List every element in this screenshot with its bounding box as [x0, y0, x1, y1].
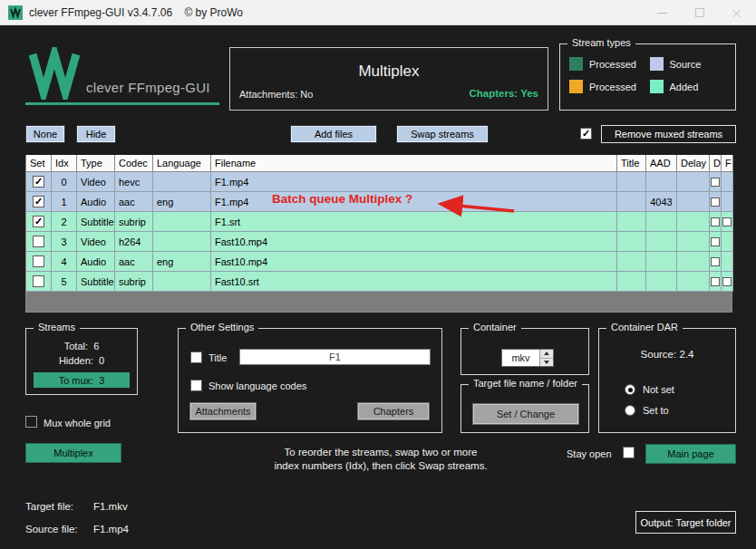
- hide-button[interactable]: Hide: [76, 125, 116, 143]
- chapters-button[interactable]: Chapters: [357, 402, 430, 420]
- row-codec: hevc: [115, 172, 153, 192]
- stream-type-label: Processed: [589, 82, 636, 92]
- row-title: [617, 252, 646, 272]
- none-button[interactable]: None: [25, 125, 65, 143]
- radio-label: Not set: [643, 384, 674, 395]
- swap-streams-button[interactable]: Swap streams: [396, 125, 489, 143]
- container-value: mkv: [502, 350, 539, 366]
- row-d-checkbox[interactable]: [711, 197, 720, 207]
- attachments-button[interactable]: Attachments: [189, 402, 257, 420]
- row-delay: [677, 232, 710, 252]
- row-set-checkbox[interactable]: ✓: [33, 216, 44, 227]
- row-delay: [677, 192, 710, 212]
- stay-open-label: Stay open: [567, 448, 612, 459]
- row-aad: [646, 232, 677, 252]
- radio-icon[interactable]: [625, 384, 635, 395]
- stay-open-checkbox[interactable]: [623, 447, 635, 458]
- stream-row[interactable]: ✓0VideohevcF1.mp4: [26, 172, 732, 192]
- title-input[interactable]: [239, 349, 431, 365]
- row-f-checkbox[interactable]: [722, 217, 732, 226]
- multiplex-button[interactable]: Multiplex: [25, 443, 121, 463]
- maximize-button[interactable]: [682, 0, 718, 25]
- spinner-down-button[interactable]: [540, 359, 553, 367]
- chevron-up-icon: [544, 352, 549, 355]
- reorder-hint-line1: To reorder the streams, swap two or more: [190, 446, 571, 459]
- title-checkbox[interactable]: [190, 352, 202, 363]
- row-f-checkbox[interactable]: [722, 277, 732, 286]
- container-spinner[interactable]: mkv: [501, 349, 554, 367]
- column-header-idx: Idx: [52, 155, 77, 172]
- row-d-checkbox[interactable]: [711, 217, 720, 226]
- dar-option[interactable]: Set to: [625, 404, 674, 417]
- column-header-filename: Filename: [211, 155, 617, 172]
- row-d-checkbox[interactable]: [711, 257, 720, 266]
- radio-icon[interactable]: [625, 405, 635, 416]
- row-set-checkbox[interactable]: ✓: [33, 176, 44, 188]
- remove-muxed-checkbox[interactable]: ✓: [580, 128, 592, 140]
- row-set-cell: [26, 232, 52, 252]
- row-language: [153, 212, 211, 232]
- column-header-set: Set: [26, 155, 52, 172]
- column-header-delay: Delay: [677, 155, 710, 172]
- spinner-up-button[interactable]: [540, 350, 553, 359]
- row-filename: Fast10.mp4: [211, 252, 617, 272]
- stream-type-swatch: [569, 57, 583, 71]
- row-aad: [646, 172, 677, 192]
- row-codec: subrip: [115, 272, 153, 292]
- row-set-checkbox[interactable]: ✓: [33, 196, 44, 207]
- row-idx: 0: [52, 172, 77, 192]
- row-idx: 1: [52, 192, 77, 212]
- main-page-button[interactable]: Main page: [645, 444, 736, 464]
- row-f-cell: [722, 212, 733, 232]
- row-d-cell: [710, 192, 722, 212]
- spinner-buttons: [539, 350, 553, 366]
- row-idx: 4: [52, 252, 77, 272]
- dar-source-value: Source: 2.4: [599, 349, 735, 360]
- radio-label: Set to: [643, 405, 669, 416]
- minimize-button[interactable]: [644, 0, 680, 25]
- row-type: Audio: [77, 252, 115, 272]
- stream-row[interactable]: 4AudioaacengFast10.mp4: [26, 252, 732, 272]
- row-set-cell: [26, 272, 52, 292]
- dar-option[interactable]: Not set: [625, 383, 674, 396]
- stream-row[interactable]: 3Videoh264Fast10.mp4: [26, 232, 732, 252]
- row-d-checkbox[interactable]: [711, 237, 720, 246]
- row-set-checkbox[interactable]: [33, 255, 44, 267]
- window-title: clever FFmpeg-GUI v3.4.7.06 © by ProWo: [29, 6, 243, 19]
- stream-type-item: Processed: [569, 57, 650, 71]
- row-title: [617, 212, 646, 232]
- add-files-button[interactable]: Add files: [290, 125, 377, 143]
- row-filename: Fast10.srt: [211, 272, 617, 292]
- close-button[interactable]: [718, 0, 754, 25]
- maximize-icon: [695, 8, 704, 17]
- row-d-cell: [710, 272, 722, 292]
- row-aad: [646, 252, 677, 272]
- row-aad: [646, 272, 677, 292]
- app-logo-text: clever FFmpeg-GUI: [86, 80, 210, 95]
- app-icon-glyph: [10, 7, 21, 18]
- row-d-checkbox[interactable]: [711, 277, 720, 286]
- stream-row[interactable]: 5SubtitlesubripFast10.srt: [26, 272, 732, 292]
- stream-row[interactable]: ✓2SubtitlesubripF1.srt: [26, 212, 732, 232]
- row-language: eng: [153, 252, 211, 272]
- remove-muxed-streams-button[interactable]: Remove muxed streams: [601, 125, 736, 143]
- row-set-checkbox[interactable]: [33, 236, 44, 247]
- show-language-codes-checkbox[interactable]: [190, 380, 202, 391]
- streams-hidden: Hidden: 0: [26, 355, 137, 366]
- mux-whole-grid-checkbox[interactable]: [25, 416, 37, 428]
- table-header: SetIdxTypeCodecLanguageFilenameTitleAADD…: [26, 155, 732, 172]
- attachments-status: Attachments: No: [239, 89, 313, 100]
- row-set-cell: ✓: [26, 172, 52, 192]
- row-language: eng: [153, 192, 211, 212]
- row-set-cell: [26, 252, 52, 272]
- other-settings-label: Other Settings: [186, 322, 258, 332]
- output-target-folder-button[interactable]: Output: Target folder: [635, 511, 736, 534]
- row-delay: [677, 172, 710, 192]
- target-file-caption: Target file:: [25, 501, 73, 512]
- row-d-checkbox[interactable]: [711, 178, 720, 187]
- container-dar-groupbox: Container DAR Source: 2.4 Not setSet to: [598, 328, 736, 433]
- set-change-button[interactable]: Set / Change: [472, 403, 579, 425]
- app-icon: [8, 5, 23, 20]
- target-file-groupbox: Target file name / folder Set / Change: [460, 384, 589, 433]
- row-set-checkbox[interactable]: [33, 275, 44, 287]
